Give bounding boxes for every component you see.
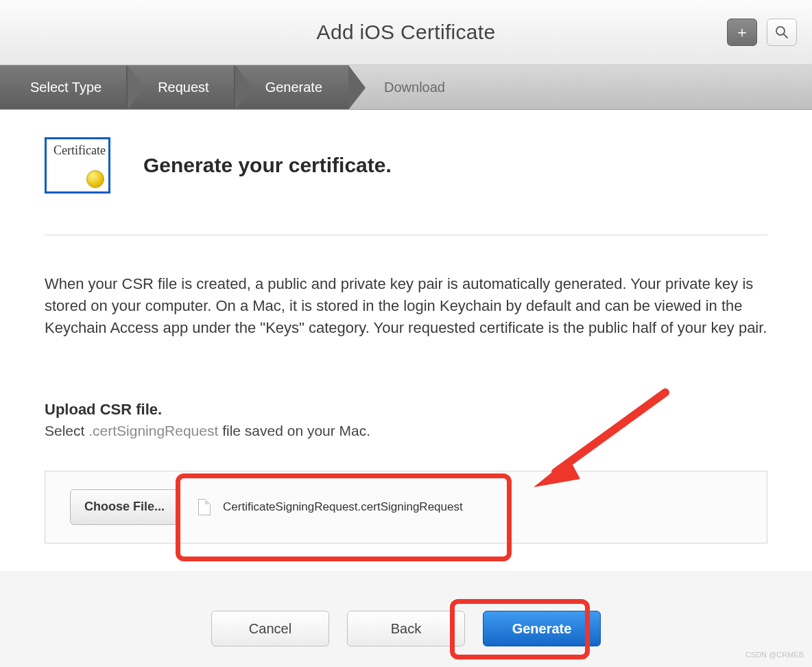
upload-row: Choose File... CertificateSigningRequest… bbox=[45, 471, 767, 543]
certificate-icon: Certificate bbox=[45, 137, 110, 194]
watermark: CSDN @CRMEB bbox=[745, 651, 804, 659]
description-text: When your CSR file is created, a public … bbox=[45, 273, 767, 339]
plus-icon: ＋ bbox=[735, 22, 750, 43]
add-button[interactable]: ＋ bbox=[727, 19, 757, 46]
section-heading: Generate your certificate. bbox=[143, 154, 392, 177]
upload-title: Upload CSR file. bbox=[45, 401, 767, 419]
footer-actions: Cancel Back Generate bbox=[0, 611, 812, 646]
generate-button[interactable]: Generate bbox=[483, 611, 601, 646]
svg-point-0 bbox=[776, 27, 785, 35]
page-title: Add iOS Certificate bbox=[317, 21, 496, 44]
file-icon bbox=[198, 499, 211, 515]
step-download: Download bbox=[348, 65, 473, 109]
search-icon bbox=[775, 25, 789, 39]
selected-file-name: CertificateSigningRequest.certSigningReq… bbox=[223, 500, 463, 514]
seal-icon bbox=[86, 170, 104, 188]
back-button[interactable]: Back bbox=[347, 611, 465, 646]
choose-file-button[interactable]: Choose File... bbox=[70, 489, 179, 525]
wizard-steps: Select Type Request Generate Download bbox=[0, 65, 812, 110]
step-select-type[interactable]: Select Type bbox=[0, 65, 128, 109]
upload-subtitle: Select .certSigningRequest file saved on… bbox=[45, 423, 767, 439]
cancel-button[interactable]: Cancel bbox=[211, 611, 329, 646]
search-button[interactable] bbox=[767, 19, 797, 46]
page-header: Add iOS Certificate ＋ bbox=[0, 0, 812, 65]
main-content: Certificate Generate your certificate. W… bbox=[0, 110, 812, 571]
divider bbox=[45, 235, 767, 235]
svg-line-1 bbox=[784, 34, 787, 38]
